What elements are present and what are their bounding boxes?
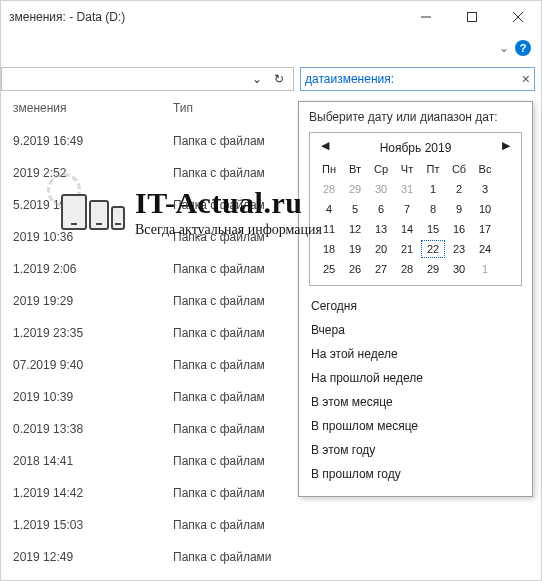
calendar-weekday: Ср [368, 159, 394, 179]
clear-search-icon[interactable]: × [522, 71, 530, 87]
svg-rect-1 [468, 13, 477, 22]
table-row[interactable]: 1.2019 15:03Папка с файлам [1, 509, 541, 541]
calendar-prev-icon[interactable]: ◀ [318, 139, 332, 152]
calendar-day[interactable]: 29 [420, 259, 446, 279]
maximize-icon [467, 12, 477, 22]
calendar-month-label[interactable]: Ноябрь 2019 [380, 141, 452, 155]
calendar-grid: ПнВтСрЧтПтСбВс28293031123456789101112131… [316, 159, 515, 279]
calendar-next-icon[interactable]: ▶ [499, 139, 513, 152]
calendar-day[interactable]: 21 [394, 239, 420, 259]
calendar-day[interactable]: 27 [368, 259, 394, 279]
calendar-day[interactable]: 8 [420, 199, 446, 219]
date-preset[interactable]: В прошлом месяце [309, 414, 522, 438]
file-date: 1.2019 15:03 [1, 518, 161, 532]
file-date: 1.2019 14:42 [1, 486, 161, 500]
file-date: 2018 14:41 [1, 454, 161, 468]
calendar-day[interactable]: 18 [316, 239, 342, 259]
date-preset[interactable]: В этом месяце [309, 390, 522, 414]
toolbar-row: ⌄ ↻ датаизменения: × [1, 63, 541, 95]
calendar-day[interactable]: 16 [446, 219, 472, 239]
calendar-day[interactable]: 7 [394, 199, 420, 219]
date-preset[interactable]: Вчера [309, 318, 522, 342]
help-row: ⌄ ? [1, 33, 541, 63]
dropdown-caption: Выберите дату или диапазон дат: [309, 110, 522, 124]
address-dropdown-icon[interactable]: ⌄ [247, 72, 267, 86]
calendar-day[interactable]: 26 [342, 259, 368, 279]
expand-ribbon-chevron-icon[interactable]: ⌄ [499, 41, 509, 55]
minimize-icon [421, 12, 431, 22]
file-date: 07.2019 9:40 [1, 358, 161, 372]
file-date: 1.2019 23:35 [1, 326, 161, 340]
calendar-day[interactable]: 13 [368, 219, 394, 239]
calendar-day[interactable]: 2 [446, 179, 472, 199]
file-date: 5.2019 19:37 [1, 198, 161, 212]
calendar-day-prev-month[interactable]: 31 [394, 179, 420, 199]
calendar-day[interactable]: 25 [316, 259, 342, 279]
file-date: 2019 12:49 [1, 550, 161, 564]
refresh-icon[interactable]: ↻ [269, 72, 289, 86]
table-row[interactable]: 2019 12:49Папка с файлами [1, 541, 541, 573]
minimize-button[interactable] [403, 1, 449, 33]
calendar-day[interactable]: 24 [472, 239, 498, 259]
calendar-weekday: Пт [420, 159, 446, 179]
calendar-day-prev-month[interactable]: 29 [342, 179, 368, 199]
date-preset[interactable]: В этом году [309, 438, 522, 462]
calendar-weekday: Сб [446, 159, 472, 179]
date-filter-dropdown: Выберите дату или диапазон дат: ◀ Ноябрь… [298, 101, 533, 497]
calendar-day[interactable]: 19 [342, 239, 368, 259]
file-date: 2019 19:29 [1, 294, 161, 308]
calendar-day[interactable]: 12 [342, 219, 368, 239]
help-icon[interactable]: ? [515, 40, 531, 56]
calendar-day[interactable]: 3 [472, 179, 498, 199]
calendar-day[interactable]: 11 [316, 219, 342, 239]
date-preset[interactable]: На прошлой неделе [309, 366, 522, 390]
calendar-day[interactable]: 4 [316, 199, 342, 219]
file-date: 0.2019 13:38 [1, 422, 161, 436]
column-header-date[interactable]: зменения [1, 101, 161, 115]
window-title: зменения: - Data (D:) [9, 10, 403, 24]
calendar-day-today[interactable]: 22 [420, 239, 446, 259]
file-type: Папка с файлам [161, 518, 541, 532]
calendar-day[interactable]: 17 [472, 219, 498, 239]
calendar-header: ◀ Ноябрь 2019 ▶ [316, 137, 515, 159]
calendar-weekday: Вт [342, 159, 368, 179]
file-date: 2019 10:39 [1, 390, 161, 404]
file-date: 2019 2:52 [1, 166, 161, 180]
calendar-day-prev-month[interactable]: 28 [316, 179, 342, 199]
address-bar[interactable]: ⌄ ↻ [1, 67, 294, 91]
maximize-button[interactable] [449, 1, 495, 33]
file-type: Папка с файлами [161, 550, 541, 564]
preset-list: СегодняВчераНа этой неделеНа прошлой нед… [309, 294, 522, 486]
calendar-day[interactable]: 10 [472, 199, 498, 219]
file-date: 2019 10:36 [1, 230, 161, 244]
calendar: ◀ Ноябрь 2019 ▶ ПнВтСрЧтПтСбВс2829303112… [309, 132, 522, 286]
date-preset[interactable]: На этой неделе [309, 342, 522, 366]
calendar-day[interactable]: 1 [420, 179, 446, 199]
calendar-day[interactable]: 23 [446, 239, 472, 259]
search-box[interactable]: датаизменения: × [300, 67, 535, 91]
file-date: 1.2019 2:06 [1, 262, 161, 276]
title-bar: зменения: - Data (D:) [1, 1, 541, 33]
calendar-day[interactable]: 9 [446, 199, 472, 219]
date-preset[interactable]: Сегодня [309, 294, 522, 318]
close-button[interactable] [495, 1, 541, 33]
calendar-day[interactable]: 28 [394, 259, 420, 279]
calendar-day[interactable]: 20 [368, 239, 394, 259]
close-icon [513, 12, 523, 22]
calendar-weekday: Чт [394, 159, 420, 179]
calendar-day[interactable]: 30 [446, 259, 472, 279]
calendar-weekday: Вс [472, 159, 498, 179]
calendar-day-next-month[interactable]: 1 [472, 259, 498, 279]
search-term: датаизменения: [305, 72, 518, 86]
calendar-day[interactable]: 5 [342, 199, 368, 219]
calendar-day-prev-month[interactable]: 30 [368, 179, 394, 199]
calendar-day[interactable]: 14 [394, 219, 420, 239]
file-date: 9.2019 16:49 [1, 134, 161, 148]
calendar-day[interactable]: 6 [368, 199, 394, 219]
calendar-weekday: Пн [316, 159, 342, 179]
calendar-day[interactable]: 15 [420, 219, 446, 239]
date-preset[interactable]: В прошлом году [309, 462, 522, 486]
